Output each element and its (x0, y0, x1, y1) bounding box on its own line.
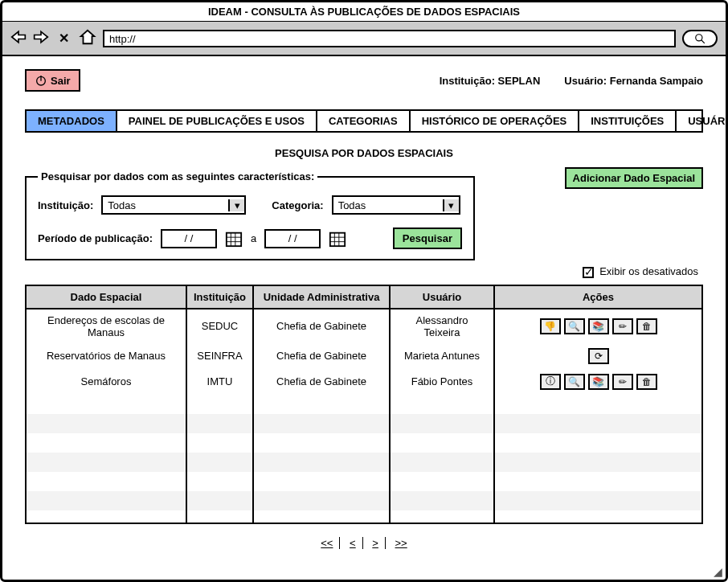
calendar-icon[interactable] (225, 230, 243, 248)
search-legend: Pesquisar por dados com as seguintes car… (38, 170, 317, 182)
cell-unit: Chefia de Gabinete (253, 343, 390, 369)
table-row: Semáforos IMTU Chefia de Gabinete Fábio … (26, 369, 702, 395)
table-empty-space (26, 395, 702, 523)
user-label: Usuário: (564, 75, 607, 87)
restore-button[interactable]: ⟳ (588, 348, 609, 364)
exit-label: Sair (51, 75, 71, 87)
view-button[interactable]: 🔍 (564, 318, 585, 334)
pager-prev[interactable]: < (343, 537, 363, 549)
cell-data: Reservatórios de Manaus (26, 343, 186, 369)
tab-categorias[interactable]: CATEGORIAS (317, 111, 411, 131)
pager: << < > >> (25, 537, 703, 549)
cell-inst: SEDUC (186, 309, 253, 343)
window-title: IDEAM - CONSULTA ÀS PUBLICAÇÕES DE DADOS… (2, 2, 726, 22)
edit-button[interactable]: ✏ (612, 374, 633, 390)
session-info: Instituição: SEPLAN Usuário: Fernanda Sa… (440, 75, 703, 87)
results-table: Dado Espacial Instituição Unidade Admini… (25, 285, 703, 524)
show-disabled-checkbox[interactable]: Exibir os desativados (583, 265, 698, 277)
chevron-down-icon[interactable]: ▾ (443, 199, 459, 211)
search-fieldset: Pesquisar por dados com as seguintes car… (25, 170, 475, 260)
cell-user: Marieta Antunes (390, 343, 494, 369)
checkbox-icon (583, 267, 594, 278)
table-row: Endereços de escolas de Manaus SEDUC Che… (26, 309, 702, 343)
cell-actions: ⓘ 🔍 📚 ✏ 🗑 (494, 369, 702, 395)
dislike-button[interactable]: 👎 (540, 318, 561, 334)
view-button[interactable]: 🔍 (564, 374, 585, 390)
chevron-down-icon[interactable]: ▾ (228, 199, 244, 211)
cell-actions: 👎 🔍 📚 ✏ 🗑 (494, 309, 702, 343)
pager-first[interactable]: << (314, 537, 340, 549)
cell-inst: SEINFRA (186, 343, 253, 369)
pager-last[interactable]: >> (389, 537, 414, 549)
layers-button[interactable]: 📚 (588, 374, 609, 390)
page-title: PESQUISA POR DADOS ESPACIAIS (25, 147, 703, 159)
tab-instituicoes[interactable]: INSTITUIÇÕES (579, 111, 677, 131)
show-disabled-label: Exibir os desativados (599, 265, 698, 277)
tab-usuarios[interactable]: USUÁRIOS (677, 111, 728, 131)
svg-line-3 (701, 39, 705, 43)
svg-rect-11 (330, 232, 345, 246)
category-select[interactable]: Todas ▾ (332, 195, 460, 215)
nav-back-button[interactable] (10, 30, 27, 47)
search-category-label: Categoria: (272, 199, 323, 211)
power-icon (35, 74, 47, 87)
resize-handle-icon[interactable]: ◢ (714, 565, 722, 578)
search-period-label: Período de publicação: (38, 232, 153, 244)
col-instituicao: Instituição (186, 285, 253, 309)
date-from-input[interactable]: / / (161, 229, 217, 248)
layers-button[interactable]: 📚 (588, 318, 609, 334)
search-institution-label: Instituição: (38, 199, 93, 211)
delete-button[interactable]: 🗑 (636, 374, 657, 390)
category-select-value: Todas (333, 199, 443, 211)
cell-user: Alessandro Teixeira (390, 309, 494, 343)
date-between-label: a (251, 232, 256, 244)
svg-rect-6 (227, 232, 241, 246)
add-spatial-data-button[interactable]: Adicionar Dado Espacial (565, 167, 703, 189)
institution-value: SEPLAN (498, 75, 541, 87)
search-button[interactable]: Pesquisar (393, 227, 462, 249)
col-usuario: Usuário (390, 285, 494, 309)
url-input[interactable]: http:// (103, 30, 676, 47)
cell-unit: Chefia de Gabinete (253, 369, 390, 395)
exit-button[interactable]: Sair (25, 69, 80, 92)
institution-label: Instituição: (440, 75, 495, 87)
calendar-icon[interactable] (329, 230, 346, 248)
institution-select-value: Todas (103, 199, 228, 211)
tab-painel[interactable]: PAINEL DE PUBLICAÇÕES E USOS (117, 111, 317, 131)
col-unidade: Unidade Administrativa (253, 285, 390, 309)
cell-user: Fábio Pontes (390, 369, 494, 395)
col-dado: Dado Espacial (26, 285, 186, 309)
pager-next[interactable]: > (366, 537, 386, 549)
nav-forward-button[interactable] (33, 30, 49, 47)
col-acoes: Ações (494, 285, 702, 309)
cell-data: Semáforos (26, 369, 186, 395)
cell-actions: ⟳ (494, 343, 702, 369)
cell-data: Endereços de escolas de Manaus (26, 309, 186, 343)
svg-marker-1 (35, 31, 48, 42)
delete-button[interactable]: 🗑 (636, 318, 657, 334)
info-button[interactable]: ⓘ (540, 374, 561, 390)
user-value: Fernanda Sampaio (610, 75, 703, 87)
institution-select[interactable]: Todas ▾ (101, 195, 246, 215)
edit-button[interactable]: ✏ (612, 318, 633, 334)
table-row: Reservatórios de Manaus SEINFRA Chefia d… (26, 343, 702, 369)
main-tabs: METADADOS PAINEL DE PUBLICAÇÕES E USOS C… (25, 109, 703, 133)
browser-toolbar: ✕ http:// (2, 22, 726, 56)
browser-search-button[interactable] (682, 30, 718, 47)
tab-metadados[interactable]: METADADOS (27, 111, 117, 131)
svg-point-2 (696, 34, 702, 40)
tab-historico[interactable]: HISTÓRICO DE OPERAÇÕES (411, 111, 580, 131)
svg-marker-0 (12, 31, 26, 42)
cell-inst: IMTU (186, 369, 253, 395)
date-to-input[interactable]: / / (264, 229, 321, 248)
home-button[interactable] (79, 28, 96, 48)
stop-button[interactable]: ✕ (55, 31, 72, 46)
cell-unit: Chefia de Gabinete (253, 309, 390, 343)
